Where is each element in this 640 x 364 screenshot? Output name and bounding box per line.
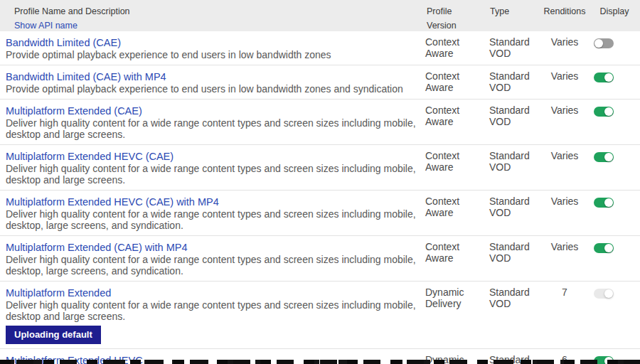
profile-description: Deliver high quality content for a wide … xyxy=(6,208,417,231)
profile-name-cell: Multiplatform Extended HEVC (CAE) Delive… xyxy=(0,145,420,190)
table-row: Multiplatform Extended (CAE) Deliver hig… xyxy=(0,100,640,145)
type-cell: Standard VOD xyxy=(484,65,540,99)
display-cell xyxy=(589,100,640,144)
header-renditions: Renditions xyxy=(540,0,589,33)
profile-name-cell: Multiplatform Extended Deliver high qual… xyxy=(0,282,420,348)
header-profile-version-line2: Version xyxy=(427,18,484,33)
header-profile-version: Profile Version xyxy=(420,0,484,33)
renditions-cell: 7 xyxy=(540,282,589,348)
profile-version-cell: Context Aware xyxy=(420,31,484,65)
profile-version-cell: Dynamic Delivery xyxy=(420,282,484,348)
profile-version-cell: Context Aware xyxy=(420,65,484,99)
profile-description: Provide optimal playback experience to e… xyxy=(6,49,417,60)
toggle-knob xyxy=(604,289,613,298)
display-toggle[interactable] xyxy=(594,152,614,162)
display-cell xyxy=(589,31,640,65)
profile-version-cell: Context Aware xyxy=(420,100,484,144)
toggle-knob xyxy=(604,244,613,252)
profile-name-cell: Bandwidth Limited (CAE) with MP4 Provide… xyxy=(0,65,420,99)
profile-name-cell: Multiplatform Extended HEVC (CAE) with M… xyxy=(0,191,420,235)
type-cell: Standard VOD xyxy=(484,191,540,235)
table-row: Multiplatform Extended Deliver high qual… xyxy=(0,282,640,349)
table-row: Multiplatform Extended HEVC (CAE) Delive… xyxy=(0,145,640,191)
renditions-cell: Varies xyxy=(540,191,589,235)
clipped-row-artifact xyxy=(0,360,640,364)
type-cell: Standard VOD xyxy=(484,236,540,281)
header-display: Display xyxy=(589,0,640,33)
profile-name-link[interactable]: Multiplatform Extended (CAE) with MP4 xyxy=(6,242,187,254)
profile-description: Deliver high quality content for a wide … xyxy=(6,163,417,186)
display-toggle[interactable] xyxy=(594,73,614,82)
table-row: Multiplatform Extended HEVC (CAE) with M… xyxy=(0,191,640,236)
table-row: Bandwidth Limited (CAE) with MP4 Provide… xyxy=(0,65,640,100)
header-profile-name: Profile Name and Description Show API na… xyxy=(0,0,420,33)
header-type: Type xyxy=(484,0,540,33)
toggle-knob xyxy=(604,198,613,207)
profile-name-cell: Bandwidth Limited (CAE) Provide optimal … xyxy=(0,31,420,65)
table-header: Profile Name and Description Show API na… xyxy=(0,0,640,31)
profiles-table-body: Bandwidth Limited (CAE) Provide optimal … xyxy=(0,31,640,364)
toggle-knob xyxy=(594,39,603,48)
show-api-name-link[interactable]: Show API name xyxy=(14,18,420,33)
display-cell xyxy=(589,236,640,281)
profile-name-link[interactable]: Multiplatform Extended (CAE) xyxy=(6,105,142,117)
display-toggle[interactable] xyxy=(594,289,614,299)
profile-name-link[interactable]: Multiplatform Extended HEVC (CAE) xyxy=(6,151,174,163)
profile-name-link[interactable]: Bandwidth Limited (CAE) xyxy=(6,37,121,49)
profile-name-cell: Multiplatform Extended (CAE) with MP4 De… xyxy=(0,236,420,281)
type-cell: Standard VOD xyxy=(484,145,540,190)
profile-name-link[interactable]: Multiplatform Extended HEVC (CAE) with M… xyxy=(6,196,219,208)
table-row: Multiplatform Extended (CAE) with MP4 De… xyxy=(0,236,640,282)
toggle-knob xyxy=(604,153,613,161)
profile-name-link[interactable]: Multiplatform Extended xyxy=(6,287,111,299)
profile-name-cell: Multiplatform Extended (CAE) Deliver hig… xyxy=(0,100,420,144)
display-toggle[interactable] xyxy=(594,198,614,208)
display-cell xyxy=(589,65,640,99)
profile-version-cell: Context Aware xyxy=(420,191,484,235)
renditions-cell: Varies xyxy=(540,31,589,65)
display-cell xyxy=(589,282,640,348)
uploading-default-badge: Uploading default xyxy=(6,326,101,344)
type-cell: Standard VOD xyxy=(484,100,540,144)
header-profile-version-line1: Profile xyxy=(427,4,484,18)
table-row: Bandwidth Limited (CAE) Provide optimal … xyxy=(0,31,640,65)
profile-description: Provide optimal playback experience to e… xyxy=(6,83,417,95)
display-cell xyxy=(589,191,640,235)
header-profile-name-label: Profile Name and Description xyxy=(14,4,420,18)
renditions-cell: Varies xyxy=(540,100,589,144)
type-cell: Standard VOD xyxy=(484,282,540,348)
toggle-knob xyxy=(604,107,613,116)
profile-description: Deliver high quality content for a wide … xyxy=(6,117,417,140)
display-toggle[interactable] xyxy=(594,38,614,48)
display-cell xyxy=(589,145,640,190)
type-cell: Standard VOD xyxy=(484,31,540,65)
profile-description: Deliver high quality content for a wide … xyxy=(6,299,417,322)
toggle-knob xyxy=(604,73,613,82)
renditions-cell: Varies xyxy=(540,65,589,99)
profile-version-cell: Context Aware xyxy=(420,145,484,190)
renditions-cell: Varies xyxy=(540,145,589,190)
profile-version-cell: Context Aware xyxy=(420,236,484,281)
display-toggle[interactable] xyxy=(594,107,614,117)
profile-description: Deliver high quality content for a wide … xyxy=(6,254,417,277)
display-toggle[interactable] xyxy=(594,243,614,253)
renditions-cell: Varies xyxy=(540,236,589,281)
profile-name-link[interactable]: Bandwidth Limited (CAE) with MP4 xyxy=(6,71,166,83)
